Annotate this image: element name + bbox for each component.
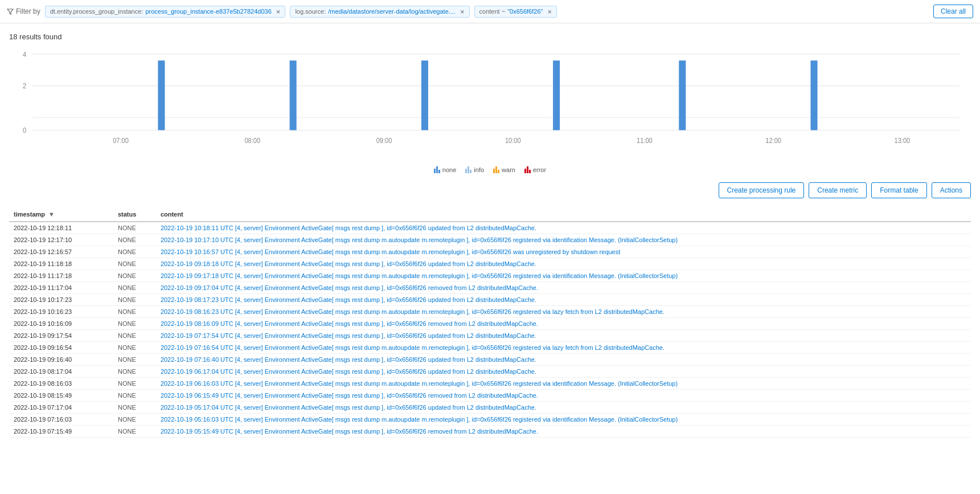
cell-status: NONE [113,306,156,318]
cell-timestamp: 2022-10-19 11:18:18 [9,258,113,270]
cell-timestamp: 2022-10-19 12:16:57 [9,246,113,258]
cell-status: NONE [113,426,156,438]
histogram-chart: 4 2 0 07:00 08:00 09:00 10:00 11:00 12:0… [9,48,971,162]
table-row: 2022-10-19 09:16:54NONE2022-10-19 07:16:… [9,342,971,354]
log-content-link[interactable]: 2022-10-19 07:16:40 UTC [4, server] Envi… [161,356,536,363]
log-content-link[interactable]: 2022-10-19 08:17:23 UTC [4, server] Envi… [161,296,536,303]
filter-chip-1-close[interactable]: × [276,8,281,15]
log-content-link[interactable]: 2022-10-19 08:16:23 UTC [4, server] Envi… [161,308,665,315]
col-header-status[interactable]: status [113,207,156,222]
log-content-link[interactable]: 2022-10-19 09:17:04 UTC [4, server] Envi… [161,284,538,291]
actions-button[interactable]: Actions [932,182,971,198]
results-count: 18 results found [9,32,971,41]
cell-timestamp: 2022-10-19 09:16:54 [9,342,113,354]
svg-rect-10 [553,60,560,130]
cell-timestamp: 2022-10-19 07:15:49 [9,426,113,438]
cell-timestamp: 2022-10-19 08:17:04 [9,366,113,378]
log-content-link[interactable]: 2022-10-19 05:16:03 UTC [4, server] Envi… [161,416,678,423]
svg-text:10:00: 10:00 [505,136,521,144]
svg-text:4: 4 [23,50,27,58]
svg-text:09:00: 09:00 [376,136,392,144]
table-header-row: timestamp ▼ status content [9,207,971,222]
log-content-link[interactable]: 2022-10-19 09:18:18 UTC [4, server] Envi… [161,260,536,267]
filter-bar: Filter by dt.entity.process_group_instan… [0,0,980,23]
create-metric-button[interactable]: Create metric [809,182,867,198]
legend-warn: warn [493,166,515,173]
log-content-link[interactable]: 2022-10-19 09:17:18 UTC [4, server] Envi… [161,272,678,279]
cell-content[interactable]: 2022-10-19 07:17:54 UTC [4, server] Envi… [156,330,971,342]
cell-status: NONE [113,234,156,246]
chart-container: 4 2 0 07:00 08:00 09:00 10:00 11:00 12:0… [9,48,971,162]
cell-content[interactable]: 2022-10-19 08:16:09 UTC [4, server] Envi… [156,318,971,330]
legend-info: info [465,166,484,173]
log-content-link[interactable]: 2022-10-19 07:16:54 UTC [4, server] Envi… [161,344,665,351]
table-row: 2022-10-19 07:16:03NONE2022-10-19 05:16:… [9,414,971,426]
svg-text:13:00: 13:00 [895,136,911,144]
cell-content[interactable]: 2022-10-19 05:15:49 UTC [4, server] Envi… [156,426,971,438]
cell-content[interactable]: 2022-10-19 07:16:40 UTC [4, server] Envi… [156,354,971,366]
cell-status: NONE [113,246,156,258]
col-header-timestamp[interactable]: timestamp ▼ [9,207,113,222]
log-content-link[interactable]: 2022-10-19 10:18:11 UTC [4, server] Envi… [161,224,536,231]
svg-rect-11 [679,60,686,130]
svg-text:0: 0 [23,126,27,134]
cell-content[interactable]: 2022-10-19 06:16:03 UTC [4, server] Envi… [156,378,971,390]
sort-icon-timestamp: ▼ [48,211,55,218]
cell-content[interactable]: 2022-10-19 09:17:04 UTC [4, server] Envi… [156,282,971,294]
cell-content[interactable]: 2022-10-19 10:16:57 UTC [4, server] Envi… [156,246,971,258]
cell-content[interactable]: 2022-10-19 08:16:23 UTC [4, server] Envi… [156,306,971,318]
table-row: 2022-10-19 07:15:49NONE2022-10-19 05:15:… [9,426,971,438]
cell-content[interactable]: 2022-10-19 10:18:11 UTC [4, server] Envi… [156,222,971,234]
chart-legend: none info warn error [9,166,971,173]
cell-content[interactable]: 2022-10-19 06:15:49 UTC [4, server] Envi… [156,390,971,402]
cell-timestamp: 2022-10-19 10:16:09 [9,318,113,330]
cell-timestamp: 2022-10-19 12:18:11 [9,222,113,234]
log-table: timestamp ▼ status content 2022-10-19 12… [9,207,971,438]
filter-chip-2-value: /media/datastore/server-data/log/activeg… [328,8,456,15]
cell-content[interactable]: 2022-10-19 09:18:18 UTC [4, server] Envi… [156,258,971,270]
cell-content[interactable]: 2022-10-19 07:16:54 UTC [4, server] Envi… [156,342,971,354]
cell-status: NONE [113,258,156,270]
log-content-link[interactable]: 2022-10-19 08:16:09 UTC [4, server] Envi… [161,320,538,327]
log-content-link[interactable]: 2022-10-19 10:17:10 UTC [4, server] Envi… [161,236,678,243]
filter-chip-3: content ~ "0x656f6f26" × [474,6,557,18]
cell-status: NONE [113,366,156,378]
log-content-link[interactable]: 2022-10-19 07:17:54 UTC [4, server] Envi… [161,332,536,339]
legend-info-icon [465,166,471,173]
filter-chip-1-value: process_group_instance-e837e5b27824d036 [145,8,271,15]
clear-all-button[interactable]: Clear all [933,5,973,18]
format-table-button[interactable]: Format table [871,182,926,198]
filter-label: Filter by [7,7,40,15]
log-content-link[interactable]: 2022-10-19 05:17:04 UTC [4, server] Envi… [161,404,536,411]
filter-chip-3-close[interactable]: × [547,8,552,15]
cell-status: NONE [113,378,156,390]
filter-chip-2-close[interactable]: × [460,8,465,15]
cell-content[interactable]: 2022-10-19 05:16:03 UTC [4, server] Envi… [156,414,971,426]
legend-none-icon [434,166,440,173]
log-content-link[interactable]: 2022-10-19 06:16:03 UTC [4, server] Envi… [161,380,678,387]
cell-status: NONE [113,330,156,342]
cell-timestamp: 2022-10-19 12:17:10 [9,234,113,246]
svg-rect-8 [290,60,297,130]
log-content-link[interactable]: 2022-10-19 05:15:49 UTC [4, server] Envi… [161,428,538,435]
cell-timestamp: 2022-10-19 09:17:54 [9,330,113,342]
legend-warn-icon [493,166,499,173]
cell-status: NONE [113,354,156,366]
table-row: 2022-10-19 09:16:40NONE2022-10-19 07:16:… [9,354,971,366]
svg-text:2: 2 [23,82,26,90]
log-content-link[interactable]: 2022-10-19 06:15:49 UTC [4, server] Envi… [161,392,538,399]
log-content-link[interactable]: 2022-10-19 06:17:04 UTC [4, server] Envi… [161,368,536,375]
cell-content[interactable]: 2022-10-19 08:17:23 UTC [4, server] Envi… [156,294,971,306]
col-header-content[interactable]: content [156,207,971,222]
cell-content[interactable]: 2022-10-19 09:17:18 UTC [4, server] Envi… [156,270,971,282]
create-processing-rule-button[interactable]: Create processing rule [719,182,805,198]
filter-chip-3-key: content ~ [479,8,506,15]
cell-content[interactable]: 2022-10-19 06:17:04 UTC [4, server] Envi… [156,366,971,378]
svg-text:11:00: 11:00 [637,136,653,144]
table-row: 2022-10-19 07:17:04NONE2022-10-19 05:17:… [9,402,971,414]
table-row: 2022-10-19 12:18:11NONE2022-10-19 10:18:… [9,222,971,234]
log-content-link[interactable]: 2022-10-19 10:16:57 UTC [4, server] Envi… [161,248,620,255]
cell-content[interactable]: 2022-10-19 10:17:10 UTC [4, server] Envi… [156,234,971,246]
cell-content[interactable]: 2022-10-19 05:17:04 UTC [4, server] Envi… [156,402,971,414]
svg-rect-7 [158,60,165,130]
